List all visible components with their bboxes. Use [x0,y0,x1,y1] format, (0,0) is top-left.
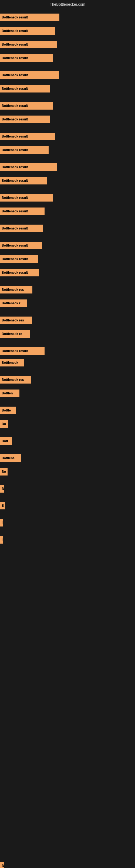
bar-label: Bottleneck result [2,196,28,199]
bar-row: Bottleneck result [0,194,53,202]
bar-label: Bottleneck result [2,118,28,121]
bar-row: Bottleneck [0,359,24,367]
bar-row: Bottlene [0,454,21,462]
bar-row: Bottlen [0,390,19,397]
bar-row: Bottleneck result [0,225,43,232]
site-title: TheBottlenecker.com [0,0,135,8]
bar-row: Bottleneck result [0,27,55,35]
bar-label: Bottleneck result [2,16,28,19]
bar-label: Bottleneck result [2,179,28,183]
bar-label: B [2,487,4,491]
bar-label: Bottlen [2,392,13,395]
bar-row: Bottle [0,407,16,414]
bar-row: B [0,862,4,868]
bar-row: B [0,485,4,493]
bar-row: Bott [0,437,12,445]
bar-label: Bottle [2,408,11,412]
bar-row: Bottleneck result [0,269,39,276]
bar-row: Bo [0,468,8,475]
bar-row: Bottleneck result [0,146,49,154]
bar-row: Bottleneck result [0,116,50,123]
bar-label: Bott [2,439,8,443]
bar-label: B [2,864,4,868]
bar-row: Bottleneck result [0,347,45,355]
bar-row: Bottleneck result [0,163,57,171]
bar-row: Bottleneck result [0,242,42,249]
bar-label: Bottleneck re [2,332,22,336]
bar-label: Bottleneck r [2,301,20,305]
bar-label: Bottleneck result [2,134,28,138]
bar-label: Bottleneck result [2,42,28,46]
bar-label: Bottleneck res [2,288,24,291]
bar-row: Bottleneck result [0,177,47,184]
bar-label: Bottleneck result [2,29,28,33]
bar-label: Bo [2,470,6,474]
bar-row: Bottleneck result [0,208,45,215]
bar-row: Bottleneck r [0,300,27,307]
bar-row: Bottleneck result [0,255,38,263]
bar-row: I [0,519,3,527]
bar-row: Bottleneck res [0,316,32,324]
bar-label: Bottleneck result [2,349,28,353]
bar-row: Bottleneck result [0,41,57,48]
bar-label: Bottleneck result [2,226,28,230]
bar-label: Bottleneck result [2,165,28,169]
bar-row: Bottleneck result [0,102,53,110]
bar-label: Bottleneck result [2,73,28,77]
bars-container: Bottleneck resultBottleneck resultBottle… [0,8,135,868]
bar-label: Bottleneck res [2,378,24,382]
bar-label: B [2,504,4,507]
bar-label: Bottleneck result [2,87,28,91]
bar-label: Bottleneck [2,361,18,365]
bar-row: Bottleneck result [0,13,59,21]
bar-row: Bo [0,420,8,428]
bar-label: I [2,521,2,525]
bar-row: B [0,502,5,509]
bar-row: Bottleneck res [0,286,32,293]
bar-label: Bottleneck result [2,209,28,213]
bar-label: Bottleneck result [2,56,28,60]
bar-row: Bottleneck result [0,54,53,62]
bar-label: Bottleneck result [2,257,28,261]
bar-label: I [2,538,2,542]
bar-label: Bo [2,422,6,426]
bar-label: Bottleneck result [2,104,28,108]
bar-label: Bottleneck result [2,244,28,247]
bar-row: I [0,536,3,544]
bar-row: Bottleneck re [0,330,30,338]
bar-row: Bottleneck result [0,133,55,140]
bar-label: Bottlene [2,456,14,460]
bar-row: Bottleneck result [0,71,59,79]
bar-label: Bottleneck res [2,318,24,322]
bar-row: Bottleneck result [0,85,50,93]
bar-row: Bottleneck res [0,376,31,383]
bar-label: Bottleneck result [2,271,28,275]
bar-label: Bottleneck result [2,148,28,152]
